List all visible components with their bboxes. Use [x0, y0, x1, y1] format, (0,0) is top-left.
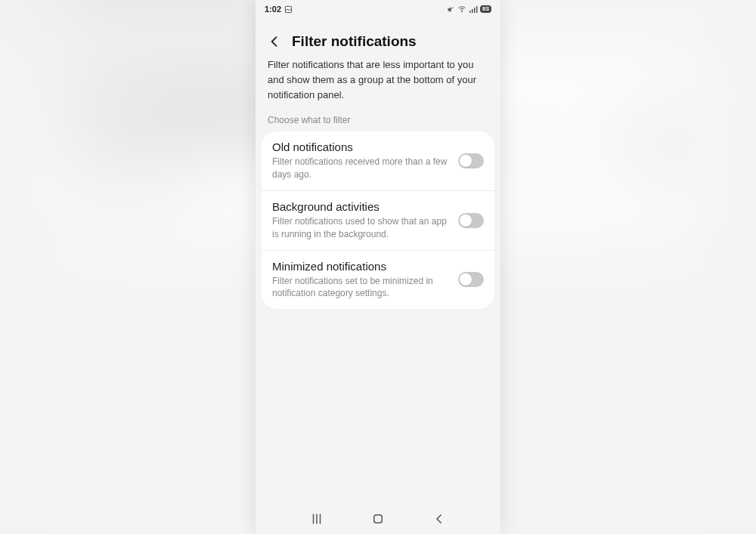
- option-title: Background activities: [272, 200, 451, 213]
- page-header: Filter notifications: [256, 18, 500, 57]
- status-time: 1:02: [265, 5, 281, 14]
- svg-rect-3: [472, 9, 473, 13]
- filter-options-card: Old notifications Filter notifications r…: [262, 131, 494, 309]
- option-subtitle: Filter notifications set to be minimized…: [272, 275, 451, 301]
- signal-icon: [469, 5, 478, 14]
- option-old-notifications[interactable]: Old notifications Filter notifications r…: [262, 131, 494, 190]
- phone-screen: 1:02 83 Filter notifications Filter noti…: [256, 0, 500, 534]
- option-minimized-notifications[interactable]: Minimized notifications Filter notificat…: [262, 250, 494, 310]
- back-icon: [432, 512, 446, 526]
- wifi-icon: [457, 5, 466, 14]
- option-text: Old notifications Filter notifications r…: [272, 140, 451, 181]
- option-subtitle: Filter notifications used to show that a…: [272, 215, 451, 241]
- option-background-activities[interactable]: Background activities Filter notificatio…: [262, 190, 494, 250]
- section-label: Choose what to filter: [256, 113, 500, 131]
- back-nav-button[interactable]: [429, 508, 450, 529]
- recents-icon: [310, 512, 324, 526]
- toggle-switch[interactable]: [458, 153, 484, 168]
- svg-point-1: [462, 11, 463, 12]
- option-text: Minimized notifications Filter notificat…: [272, 260, 451, 301]
- option-subtitle: Filter notifications received more than …: [272, 156, 451, 181]
- back-button[interactable]: [266, 33, 283, 50]
- page-title: Filter notifications: [292, 33, 417, 50]
- home-button[interactable]: [367, 508, 389, 529]
- svg-rect-2: [469, 11, 471, 13]
- home-icon: [371, 512, 385, 526]
- empty-space: [256, 309, 500, 504]
- page-description: Filter notifications that are less impor…: [256, 57, 500, 113]
- mute-icon: [447, 5, 455, 14]
- svg-rect-6: [374, 515, 383, 523]
- svg-rect-5: [476, 6, 478, 13]
- option-text: Background activities Filter notificatio…: [272, 200, 451, 241]
- image-icon: [284, 5, 293, 14]
- android-nav-bar: [256, 504, 500, 534]
- recents-button[interactable]: [306, 508, 327, 529]
- status-bar: 1:02 83: [256, 0, 500, 18]
- toggle-switch[interactable]: [458, 213, 484, 228]
- chevron-left-icon: [267, 34, 282, 49]
- option-title: Old notifications: [272, 140, 451, 153]
- svg-rect-4: [474, 8, 476, 13]
- battery-indicator: 83: [480, 5, 491, 13]
- toggle-switch[interactable]: [458, 272, 484, 287]
- option-title: Minimized notifications: [272, 260, 451, 273]
